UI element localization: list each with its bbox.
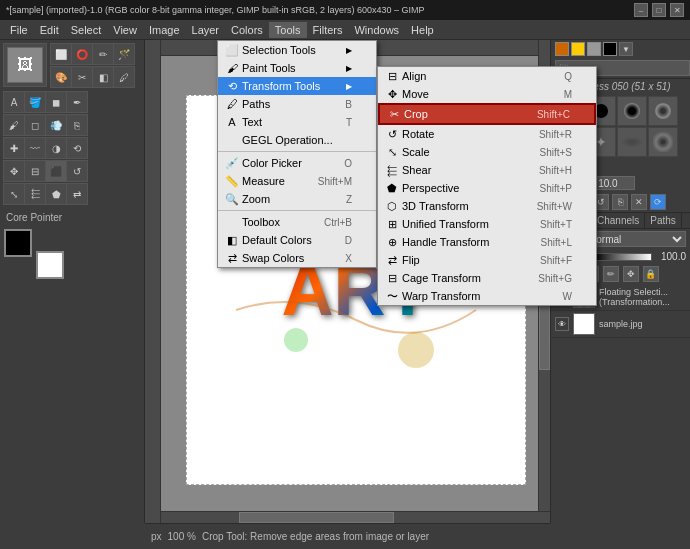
tool-select-by-color[interactable]: 🎨	[50, 66, 72, 88]
transform-3d[interactable]: ⬡ 3D Transform Shift+W	[378, 197, 596, 215]
zoom-icon: 🔍	[222, 193, 242, 206]
menu-select[interactable]: Select	[65, 22, 108, 38]
zoom-shortcut: Z	[346, 194, 352, 205]
mode-select[interactable]: Normal	[584, 231, 686, 247]
brush-cell-fuzzy2[interactable]	[648, 96, 678, 126]
brush-cell-fuzzy1[interactable]	[617, 96, 647, 126]
menu-color-picker[interactable]: 💉 Color Picker O	[218, 154, 376, 172]
transform-flip[interactable]: ⇄ Flip Shift+F	[378, 251, 596, 269]
tool-ellipse-select[interactable]: ⭕	[71, 43, 93, 65]
tool-scale[interactable]: ⤡	[3, 183, 25, 205]
tool-text[interactable]: A	[3, 91, 25, 113]
tab-channels[interactable]: Channels	[592, 213, 645, 228]
layer-visibility-sample[interactable]: 👁	[555, 317, 569, 331]
tool-fuzzy-select[interactable]: 🪄	[113, 43, 135, 65]
horizontal-scrollbar[interactable]	[161, 511, 550, 523]
menu-paths[interactable]: 🖊 Paths B	[218, 95, 376, 113]
tool-clone[interactable]: ⎘	[66, 114, 88, 136]
tool-rotate[interactable]: ↺	[66, 160, 88, 182]
menu-gegl[interactable]: GEGL Operation...	[218, 131, 376, 149]
tool-foreground-select[interactable]: ◧	[92, 66, 114, 88]
menu-filters[interactable]: Filters	[307, 22, 349, 38]
opacity-slider[interactable]	[593, 253, 652, 261]
scale-shortcut: Shift+S	[539, 147, 572, 158]
menu-paint-tools[interactable]: 🖌 Paint Tools	[218, 59, 376, 77]
menu-layer[interactable]: Layer	[186, 22, 226, 38]
transform-unified[interactable]: ⊞ Unified Transform Shift+T	[378, 215, 596, 233]
foreground-color-swatch[interactable]	[4, 229, 32, 257]
swatch-black[interactable]	[603, 42, 617, 56]
tool-pencil[interactable]: ✒	[66, 91, 88, 113]
tool-gradient[interactable]: ◼	[45, 91, 67, 113]
brush-cell-feather1[interactable]	[617, 127, 647, 157]
tool-crop[interactable]: ⬛	[45, 160, 67, 182]
maximize-button[interactable]: □	[652, 3, 666, 17]
tool-icon-delete[interactable]: ✕	[631, 194, 647, 210]
transform-crop[interactable]: ✂ Crop Shift+C	[378, 103, 596, 125]
menu-toolbox[interactable]: Toolbox Ctrl+B	[218, 213, 376, 231]
close-button[interactable]: ✕	[670, 3, 684, 17]
menu-zoom[interactable]: 🔍 Zoom Z	[218, 190, 376, 208]
swatch-gray[interactable]	[587, 42, 601, 56]
background-color-swatch[interactable]	[36, 251, 64, 279]
tool-move[interactable]: ✥	[3, 160, 25, 182]
minimize-button[interactable]: –	[634, 3, 648, 17]
swatch-menu-btn[interactable]: ▼	[619, 42, 633, 56]
tool-align[interactable]: ⊟	[24, 160, 46, 182]
transform-move[interactable]: ✥ Move M	[378, 85, 596, 103]
tool-flip[interactable]: ⇄	[66, 183, 88, 205]
transform-scale[interactable]: ⤡ Scale Shift+S	[378, 143, 596, 161]
tab-paths[interactable]: Paths	[645, 213, 682, 228]
menu-transform-tools[interactable]: ⟲ Transform Tools	[218, 77, 376, 95]
transform-perspective[interactable]: ⬟ Perspective Shift+P	[378, 179, 596, 197]
tool-dodge-burn[interactable]: ◑	[45, 137, 67, 159]
tool-airbrush[interactable]: 💨	[45, 114, 67, 136]
tool-icon-refresh[interactable]: ⟳	[650, 194, 666, 210]
tool-scissors[interactable]: ✂	[71, 66, 93, 88]
tool-paintbrush[interactable]: 🖌	[3, 114, 25, 136]
menu-tools[interactable]: Tools	[269, 22, 307, 38]
menu-text[interactable]: A Text T	[218, 113, 376, 131]
lock-move-btn[interactable]: ✥	[623, 266, 639, 282]
tool-heal[interactable]: ✚	[3, 137, 25, 159]
cage-label: Cage Transform	[402, 272, 481, 284]
brush-cell-feather2[interactable]	[648, 127, 678, 157]
layer-item-sample[interactable]: 👁 sample.jpg	[551, 311, 690, 338]
tool-free-select[interactable]: ✏	[92, 43, 114, 65]
menu-help[interactable]: Help	[405, 22, 440, 38]
transform-rotate[interactable]: ↺ Rotate Shift+R	[378, 125, 596, 143]
align-label: Align	[402, 70, 426, 82]
tool-paths[interactable]: 🖊	[113, 66, 135, 88]
menu-windows[interactable]: Windows	[348, 22, 405, 38]
transform-align[interactable]: ⊟ Align Q	[378, 67, 596, 85]
transform-handle[interactable]: ⊕ Handle Transform Shift+L	[378, 233, 596, 251]
lock-paint-btn[interactable]: ✏	[603, 266, 619, 282]
transform-warp[interactable]: 〜 Warp Transform W	[378, 287, 596, 305]
menu-edit[interactable]: Edit	[34, 22, 65, 38]
menu-measure[interactable]: 📏 Measure Shift+M	[218, 172, 376, 190]
tool-icon-copy[interactable]: ⎘	[612, 194, 628, 210]
menu-swap-colors[interactable]: ⇄ Swap Colors X	[218, 249, 376, 267]
tool-smudge[interactable]: 〰	[24, 137, 46, 159]
tool-perspective[interactable]: ⬟	[45, 183, 67, 205]
menu-view[interactable]: View	[107, 22, 143, 38]
swatch-yellow[interactable]	[571, 42, 585, 56]
swatch-orange[interactable]	[555, 42, 569, 56]
tool-eraser[interactable]: ◻	[24, 114, 46, 136]
tool-preview: 🖼	[3, 43, 47, 87]
swap-colors-label: Swap Colors	[242, 252, 304, 264]
menu-file[interactable]: File	[4, 22, 34, 38]
tool-shear[interactable]: ⬱	[24, 183, 46, 205]
lock-all-btn[interactable]: 🔒	[643, 266, 659, 282]
menu-colors[interactable]: Colors	[225, 22, 269, 38]
horizontal-scrollbar-thumb[interactable]	[239, 512, 395, 523]
menu-default-colors[interactable]: ◧ Default Colors D	[218, 231, 376, 249]
transform-cage[interactable]: ⊟ Cage Transform Shift+G	[378, 269, 596, 287]
tool-bucket-fill[interactable]: 🪣	[24, 91, 46, 113]
tool-transform[interactable]: ⟲	[66, 137, 88, 159]
spacing-input[interactable]	[595, 176, 635, 190]
menu-selection-tools[interactable]: ⬜ Selection Tools	[218, 41, 376, 59]
transform-shear[interactable]: ⬱ Shear Shift+H	[378, 161, 596, 179]
tool-rect-select[interactable]: ⬜	[50, 43, 72, 65]
menu-image[interactable]: Image	[143, 22, 186, 38]
